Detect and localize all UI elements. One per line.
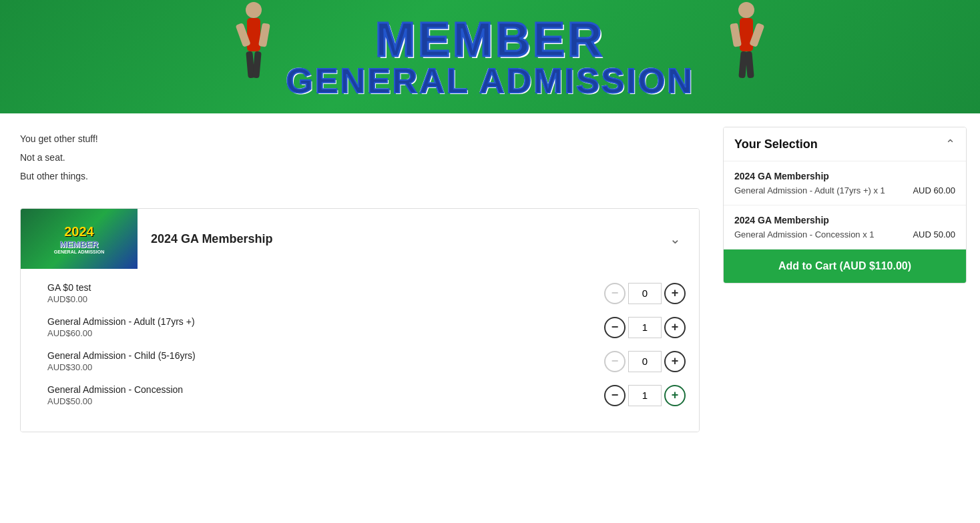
- selection-item-title: 2024 GA Membership: [734, 171, 955, 181]
- ticket-name: GA $0 test: [47, 282, 604, 293]
- ticket-info: GA $0 test AUD$0.00: [47, 282, 604, 304]
- product-header: 2024 MEMBER GENERAL ADMISSION 2024 GA Me…: [21, 209, 699, 269]
- increment-button[interactable]: +: [664, 317, 686, 338]
- quantity-input[interactable]: [628, 317, 662, 338]
- svg-point-6: [738, 2, 754, 18]
- page-content: You get other stuff! Not a seat. But oth…: [0, 113, 980, 446]
- ticket-rows: GA $0 test AUD$0.00 − + General Admissio…: [21, 269, 699, 432]
- quantity-input[interactable]: [628, 385, 662, 406]
- add-to-cart-button[interactable]: Add to Cart (AUD $110.00): [724, 249, 966, 283]
- hero-ga-text: GENERAL ADMISSION: [286, 63, 694, 98]
- athlete-right-decoration: [726, 0, 780, 113]
- selection-title: Your Selection: [734, 137, 818, 151]
- ticket-row: General Admission - Child (5-16yrs) AUD$…: [47, 350, 686, 372]
- sidebar-section: Your Selection ⌃ 2024 GA Membership Gene…: [713, 113, 980, 446]
- ticket-name: General Admission - Adult (17yrs +): [47, 316, 604, 327]
- increment-button[interactable]: +: [664, 385, 686, 406]
- description-line3: But other things.: [20, 171, 700, 181]
- svg-point-0: [246, 2, 262, 18]
- ticket-info: General Admission - Child (5-16yrs) AUD$…: [47, 350, 604, 372]
- ticket-row: GA $0 test AUD$0.00 − +: [47, 282, 686, 304]
- thumb-sub: GENERAL ADMISSION: [54, 249, 104, 254]
- ticket-row: General Admission - Concession AUD$50.00…: [47, 384, 686, 406]
- decrement-button[interactable]: −: [604, 351, 626, 372]
- quantity-control: − +: [604, 317, 686, 338]
- ticket-info: General Admission - Adult (17yrs +) AUD$…: [47, 316, 604, 338]
- ticket-info: General Admission - Concession AUD$50.00: [47, 384, 604, 406]
- description-line1: You get other stuff!: [20, 133, 700, 144]
- selection-item: 2024 GA Membership General Admission - A…: [724, 161, 966, 205]
- thumb-member: MEMBER: [54, 239, 104, 249]
- athlete-left-decoration: [234, 0, 287, 113]
- main-section: You get other stuff! Not a seat. But oth…: [0, 113, 713, 446]
- selection-item-detail: General Admission - Concession x 1 AUD 5…: [734, 229, 955, 239]
- selection-item-detail: General Admission - Adult (17yrs +) x 1 …: [734, 185, 955, 195]
- description-block: You get other stuff! Not a seat. But oth…: [20, 133, 700, 181]
- product-title-bar: 2024 GA Membership ⌄: [138, 218, 699, 259]
- ticket-price: AUD$60.00: [47, 328, 604, 338]
- selection-item-price: AUD 60.00: [913, 185, 955, 195]
- quantity-control: − +: [604, 283, 686, 304]
- product-title: 2024 GA Membership: [151, 232, 272, 246]
- increment-button[interactable]: +: [664, 283, 686, 304]
- description-line2: Not a seat.: [20, 152, 700, 163]
- ticket-name: General Admission - Concession: [47, 384, 604, 395]
- quantity-control: − +: [604, 351, 686, 372]
- selection-box: Your Selection ⌃ 2024 GA Membership Gene…: [723, 127, 967, 284]
- collapse-selection-icon[interactable]: ⌃: [945, 137, 955, 151]
- product-card: 2024 MEMBER GENERAL ADMISSION 2024 GA Me…: [20, 208, 700, 432]
- hero-title-block: MEMBER GENERAL ADMISSION: [286, 15, 694, 98]
- selection-item-desc: General Admission - Adult (17yrs +) x 1: [734, 185, 885, 195]
- ticket-price: AUD$0.00: [47, 294, 604, 304]
- decrement-button[interactable]: −: [604, 317, 626, 338]
- decrement-button[interactable]: −: [604, 385, 626, 406]
- ticket-price: AUD$50.00: [47, 396, 604, 406]
- ticket-row: General Admission - Adult (17yrs +) AUD$…: [47, 316, 686, 338]
- svg-rect-7: [740, 18, 753, 51]
- selection-item-title: 2024 GA Membership: [734, 215, 955, 225]
- hero-banner: MEMBER GENERAL ADMISSION: [0, 0, 980, 113]
- increment-button[interactable]: +: [664, 351, 686, 372]
- decrement-button[interactable]: −: [604, 283, 626, 304]
- thumb-year: 2024: [54, 224, 104, 239]
- svg-rect-11: [745, 51, 754, 79]
- hero-member-text: MEMBER: [286, 15, 694, 63]
- selection-item-desc: General Admission - Concession x 1: [734, 229, 875, 239]
- selection-item: 2024 GA Membership General Admission - C…: [724, 205, 966, 249]
- selection-header: Your Selection ⌃: [724, 127, 966, 161]
- product-thumbnail: 2024 MEMBER GENERAL ADMISSION: [21, 209, 138, 269]
- selection-item-price: AUD 50.00: [913, 229, 955, 239]
- ticket-name: General Admission - Child (5-16yrs): [47, 350, 604, 361]
- quantity-input[interactable]: [628, 351, 662, 372]
- ticket-price: AUD$30.00: [47, 362, 604, 372]
- quantity-control: − +: [604, 385, 686, 406]
- collapse-button[interactable]: ⌄: [664, 228, 686, 249]
- quantity-input[interactable]: [628, 283, 662, 304]
- svg-rect-1: [247, 18, 260, 51]
- svg-rect-5: [252, 51, 261, 79]
